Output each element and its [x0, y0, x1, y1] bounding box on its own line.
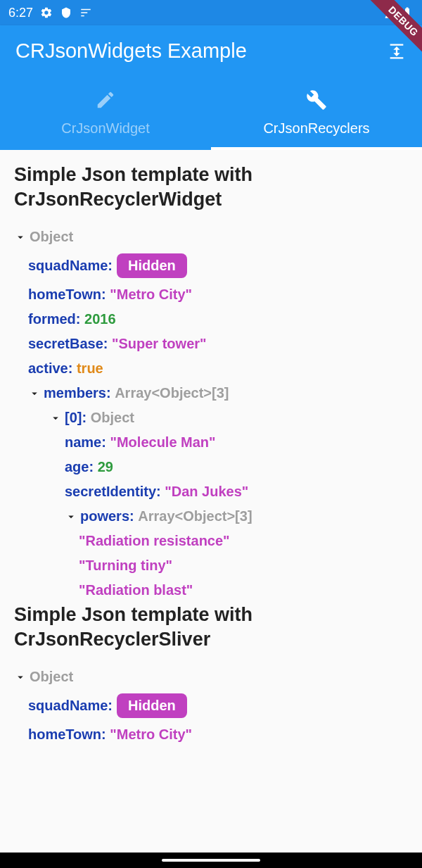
- tab-label: CrJsonWidget: [61, 120, 150, 137]
- json-root-2[interactable]: Object: [14, 665, 408, 689]
- json-m0-power-1[interactable]: "Turning tiny": [14, 553, 408, 578]
- caret-down-icon: [14, 671, 27, 684]
- json-number: 2016: [84, 311, 116, 327]
- json-key: homeTown:: [28, 287, 106, 303]
- json-key: squadName:: [28, 698, 113, 714]
- caret-down-icon: [28, 387, 41, 400]
- tools-icon: [306, 89, 327, 111]
- tab-crjsonrecyclers[interactable]: CrJsonRecyclers: [211, 75, 422, 150]
- json-key: age:: [65, 459, 94, 475]
- gear-icon: [40, 6, 53, 19]
- json-active[interactable]: active: true: [14, 356, 408, 381]
- status-time: 6:27: [8, 6, 33, 20]
- json-squadname-2[interactable]: squadName: Hidden: [14, 689, 408, 722]
- json-key: members:: [44, 385, 111, 401]
- json-m0-power-2[interactable]: "Radiation blast": [14, 578, 408, 603]
- json-formed[interactable]: formed: 2016: [14, 307, 408, 332]
- json-string: "Dan Jukes": [165, 484, 248, 500]
- status-bar: 6:27: [0, 0, 422, 25]
- json-hometown[interactable]: homeTown: "Metro City": [14, 282, 408, 307]
- json-type: Object: [30, 669, 73, 685]
- json-string: "Radiation resistance": [79, 533, 230, 549]
- json-key: name:: [65, 434, 106, 451]
- json-m0-power-0[interactable]: "Radiation resistance": [14, 529, 408, 553]
- json-m0-age[interactable]: age: 29: [14, 455, 408, 479]
- caret-down-icon: [14, 231, 27, 244]
- content-area[interactable]: Simple Json template with CrJsonRecycler…: [0, 150, 422, 760]
- json-m0-secret[interactable]: secretIdentity: "Dan Jukes": [14, 479, 408, 504]
- json-key: formed:: [28, 311, 80, 327]
- json-secretbase[interactable]: secretBase: "Super tower": [14, 332, 408, 356]
- json-member-0[interactable]: [0]: Object: [14, 405, 408, 430]
- app-bar: CRJsonWidgets Example: [0, 25, 422, 75]
- hidden-badge[interactable]: Hidden: [117, 693, 187, 718]
- json-string: "Turning tiny": [79, 558, 172, 574]
- json-type: Array<Object>[3]: [138, 508, 252, 524]
- json-type: Object: [30, 229, 73, 245]
- json-string: "Metro City": [110, 287, 192, 303]
- json-number: 29: [98, 459, 113, 475]
- json-m0-name[interactable]: name: "Molecule Man": [14, 430, 408, 455]
- caret-down-icon: [49, 412, 62, 424]
- json-string: "Super tower": [112, 336, 207, 352]
- json-m0-powers[interactable]: powers: Array<Object>[3]: [14, 504, 408, 529]
- json-key: secretIdentity:: [65, 484, 161, 500]
- json-key: active:: [28, 360, 72, 377]
- json-key: secretBase:: [28, 336, 108, 352]
- json-type: Array<Object>[3]: [115, 385, 229, 401]
- json-string: "Molecule Man": [110, 434, 215, 451]
- json-key: squadName:: [28, 258, 113, 274]
- json-type: Object: [91, 410, 134, 426]
- json-key: powers:: [80, 508, 134, 524]
- caret-down-icon: [65, 510, 77, 523]
- tab-crjsonwidget[interactable]: CrJsonWidget: [0, 75, 211, 150]
- json-root[interactable]: Object: [14, 225, 408, 249]
- tab-bar: CrJsonWidget CrJsonRecyclers: [0, 75, 422, 150]
- pencil-icon: [95, 89, 116, 111]
- json-string: "Radiation blast": [79, 582, 193, 598]
- nav-pill[interactable]: [162, 859, 260, 862]
- app-title: CRJsonWidgets Example: [15, 39, 387, 63]
- controls-icon: [79, 6, 92, 19]
- shield-icon: [60, 6, 72, 19]
- section-title-2: Simple Json template with CrJsonRecycler…: [14, 603, 408, 652]
- json-hometown-2[interactable]: homeTown: "Metro City": [14, 722, 408, 747]
- tab-label: CrJsonRecyclers: [263, 120, 369, 137]
- json-key: homeTown:: [28, 727, 106, 743]
- json-members[interactable]: members: Array<Object>[3]: [14, 381, 408, 405]
- android-nav-bar: [0, 853, 422, 868]
- json-key: [0]:: [65, 410, 87, 426]
- expand-vertical-icon[interactable]: [387, 42, 407, 61]
- json-squadname[interactable]: squadName: Hidden: [14, 249, 408, 282]
- json-bool: true: [77, 360, 103, 377]
- json-string: "Metro City": [110, 727, 192, 743]
- section-title-1: Simple Json template with CrJsonRecycler…: [14, 163, 408, 212]
- hidden-badge[interactable]: Hidden: [117, 253, 187, 278]
